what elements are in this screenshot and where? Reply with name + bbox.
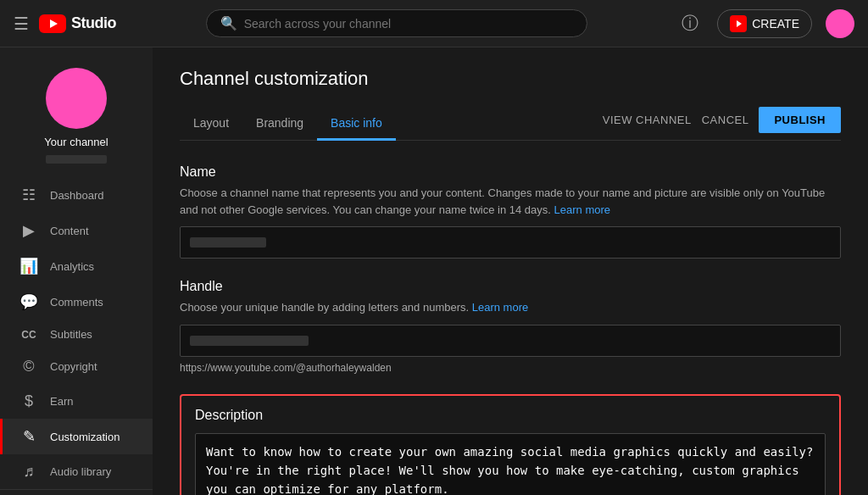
sidebar-item-earn[interactable]: $ Earn: [0, 384, 153, 419]
tab-basic-info[interactable]: Basic info: [317, 108, 396, 141]
audio-library-icon: ♬: [19, 463, 38, 481]
sidebar-item-label: Copyright: [50, 360, 97, 373]
sidebar-item-customization[interactable]: ✎ Customization: [0, 419, 153, 454]
name-section: Name Choose a channel name that represen…: [180, 164, 841, 259]
handle-url: https://www.youtube.com/@authorhaleywald…: [180, 362, 841, 374]
sidebar-item-label: Content: [50, 225, 89, 237]
youtube-logo[interactable]: Studio: [39, 14, 116, 33]
sidebar-item-subtitles[interactable]: CC Subtitles: [0, 320, 153, 349]
earn-icon: $: [19, 392, 38, 410]
nav-left: ☰ Studio: [14, 14, 116, 34]
sidebar-item-label: Customization: [50, 431, 120, 443]
handle-input-wrap: [180, 325, 841, 357]
tab-branding[interactable]: Branding: [242, 108, 317, 141]
sidebar-item-content[interactable]: ▶ Content: [0, 213, 153, 248]
channel-avatar[interactable]: [46, 68, 107, 129]
copyright-icon: ©: [19, 358, 38, 375]
channel-name: Your channel: [44, 136, 108, 148]
tab-actions: VIEW CHANNEL CANCEL PUBLISH: [603, 107, 841, 140]
tabs-row: Layout Branding Basic info VIEW CHANNEL …: [180, 107, 841, 141]
description-textarea[interactable]: Want to know how to create your own amaz…: [195, 433, 826, 496]
handle-section: Handle Choose your unique handle by addi…: [180, 279, 841, 374]
search-area: 🔍: [116, 9, 676, 37]
handle-input[interactable]: [180, 325, 841, 357]
hamburger-icon[interactable]: ☰: [14, 14, 29, 34]
top-navigation: ☰ Studio 🔍 ⓘ CREATE: [0, 0, 868, 47]
name-description: Choose a channel name that represents yo…: [180, 185, 841, 218]
search-icon: 🔍: [220, 15, 237, 31]
nav-right: ⓘ CREATE: [676, 9, 854, 38]
description-label: Description: [195, 408, 826, 423]
main-content: Channel customization Layout Branding Ba…: [153, 47, 868, 495]
sidebar-nav: ☷ Dashboard ▶ Content 📊 Analytics 💬 Comm…: [0, 177, 153, 489]
channel-name-bar: [46, 155, 107, 164]
content-icon: ▶: [19, 221, 38, 240]
create-icon: [730, 15, 747, 32]
handle-description: Choose your unique handle by adding lett…: [180, 299, 841, 316]
cancel-button[interactable]: CANCEL: [702, 114, 749, 126]
channel-profile: Your channel: [0, 58, 153, 177]
publish-button[interactable]: PUBLISH: [759, 107, 841, 133]
name-learn-more[interactable]: Learn more: [554, 203, 610, 216]
comments-icon: 💬: [19, 292, 38, 311]
sidebar-item-audio-library[interactable]: ♬ Audio library: [0, 454, 153, 489]
search-input[interactable]: [244, 17, 573, 31]
sidebar-item-analytics[interactable]: 📊 Analytics: [0, 248, 153, 284]
create-button[interactable]: CREATE: [717, 9, 812, 38]
sidebar-item-copyright[interactable]: © Copyright: [0, 349, 153, 384]
description-section: Description Want to know how to create y…: [180, 394, 841, 496]
sidebar-item-label: Comments: [50, 296, 103, 309]
sidebar: Your channel ☷ Dashboard ▶ Content 📊 Ana…: [0, 47, 153, 495]
dashboard-icon: ☷: [19, 186, 38, 204]
handle-label: Handle: [180, 279, 841, 294]
yt-icon: [39, 14, 66, 33]
search-box[interactable]: 🔍: [206, 9, 587, 37]
user-avatar[interactable]: [826, 9, 854, 38]
svg-marker-2: [737, 20, 742, 27]
view-channel-button[interactable]: VIEW CHANNEL: [603, 114, 692, 126]
name-input[interactable]: [180, 226, 841, 259]
sidebar-item-dashboard[interactable]: ☷ Dashboard: [0, 177, 153, 213]
customization-icon: ✎: [19, 427, 38, 446]
sidebar-item-label: Dashboard: [50, 189, 104, 202]
tab-layout[interactable]: Layout: [180, 108, 242, 141]
name-label: Name: [180, 164, 841, 180]
sidebar-item-settings[interactable]: ⚙ Settings: [0, 490, 153, 495]
help-icon[interactable]: ⓘ: [676, 10, 704, 37]
name-input-wrap: [180, 226, 841, 259]
sidebar-item-label: Analytics: [50, 260, 94, 273]
sidebar-item-label: Subtitles: [50, 328, 92, 341]
sidebar-item-label: Earn: [50, 395, 73, 408]
body-wrap: Your channel ☷ Dashboard ▶ Content 📊 Ana…: [0, 47, 868, 495]
create-label: CREATE: [752, 17, 799, 31]
sidebar-item-comments[interactable]: 💬 Comments: [0, 284, 153, 320]
subtitles-icon: CC: [19, 329, 38, 341]
page-title: Channel customization: [180, 68, 841, 90]
studio-logo-text: Studio: [71, 14, 116, 32]
sidebar-item-label: Audio library: [50, 465, 111, 478]
sidebar-bottom: ⚙ Settings ⚑ Send feedback: [0, 489, 153, 495]
handle-learn-more[interactable]: Learn more: [472, 301, 528, 314]
analytics-icon: 📊: [19, 257, 38, 275]
